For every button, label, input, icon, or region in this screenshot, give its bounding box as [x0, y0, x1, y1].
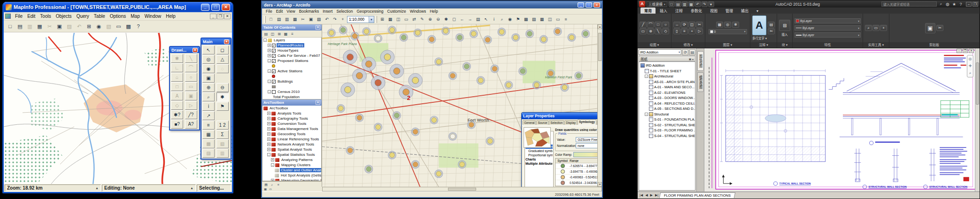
tree-expand-icon[interactable]: + — [268, 54, 271, 57]
toolbox-row[interactable]: +Geocoding Tools — [262, 131, 321, 137]
menu-item-window[interactable]: Window — [142, 13, 164, 19]
layer-label[interactable]: Calls For Service - Feb07 — [277, 54, 321, 58]
sheet-row[interactable]: T-01 - TITLE SHEET — [639, 69, 695, 74]
tree-expand-icon[interactable]: + — [267, 143, 270, 146]
scrollbar-thumb[interactable] — [598, 33, 602, 61]
ribbon-tool-button[interactable]: + — [688, 28, 695, 34]
tree-expand-icon[interactable]: + — [271, 158, 274, 161]
sheet-label[interactable]: AS-01 - ARCH SITE PLAN — [654, 80, 694, 84]
toolbox-row[interactable]: +Cartography Tools — [262, 116, 321, 121]
toc-layer-row[interactable]: +✓Calls For Service - Feb07 — [262, 53, 321, 58]
maximize-button[interactable]: □ — [586, 2, 592, 8]
toolbar-button[interactable]: ◫ — [394, 15, 402, 23]
scrollbar-thumb[interactable] — [448, 188, 476, 191]
toolbox-row[interactable]: +Conversion Tools — [262, 121, 321, 126]
new-icon[interactable]: □ — [669, 1, 675, 7]
ribbon-tool-button[interactable]: + — [880, 25, 887, 31]
toc-layer-row[interactable]: -✓Active Stations — [262, 69, 321, 74]
tool-button[interactable]: ◇ — [171, 101, 183, 110]
dialog-tab-selection[interactable]: Selection — [549, 120, 564, 125]
map-scale-combo[interactable]: 1:10,000▾ — [347, 16, 374, 23]
paste-button[interactable]: ▣ — [925, 23, 935, 33]
steering-wheel-icon[interactable]: ◎ — [969, 57, 972, 61]
tool-button[interactable]: ▭ — [185, 82, 197, 91]
tool-button[interactable]: i — [202, 102, 215, 111]
layer-properties-icon[interactable]: ▦ — [716, 22, 723, 28]
toolbar-button[interactable]: ▥ — [25, 22, 34, 31]
toc-layer-row[interactable] — [262, 84, 321, 89]
tool-button[interactable]: ⌂ — [171, 73, 183, 82]
mapinfo-map-area[interactable]: Drawi... ✕ ✱╲∟⌒⌂○□▭A▣◇▷✱?╱?■?A? Main ✕ ↖… — [4, 32, 232, 184]
menu-item-view[interactable]: View — [285, 9, 297, 14]
toolbar-button[interactable]: ▥ — [283, 15, 291, 23]
tool-button[interactable]: ✱ — [171, 54, 183, 63]
dialog-tab-symbology[interactable]: Symbology — [578, 119, 596, 125]
toolbar-button[interactable]: ✎ — [418, 15, 426, 23]
tab-model-views[interactable]: 模型视图 — [697, 72, 704, 92]
toolbar-button[interactable]: ◉ — [506, 15, 514, 23]
drawing-canvas[interactable]: TYPICAL WALL SECTION STRUCTURAL WALL SEC… — [704, 48, 980, 191]
dialog-tab-general[interactable]: General — [523, 120, 536, 125]
toolbox-label[interactable]: Mapping Clusters — [280, 163, 311, 167]
tree-expand-icon[interactable]: - — [268, 80, 271, 83]
toolbar-button[interactable]: ⌕ — [498, 15, 506, 23]
sheet-row[interactable]: AS-01 - ARCH SITE PLAN — [639, 79, 695, 85]
panel-label[interactable]: 实用工具 ▾ — [863, 42, 889, 48]
panel-label[interactable]: 剪贴板 — [889, 42, 979, 48]
show-tree-item[interactable]: Multiple Attributes — [525, 161, 553, 166]
toolbar-button[interactable]: ▨ — [65, 22, 74, 31]
menu-item-file[interactable]: File — [264, 9, 274, 14]
sheet-label[interactable]: S-01 - FOUNDATION PLA... — [654, 117, 695, 122]
toolbar-button[interactable]: ✂ — [299, 15, 307, 23]
tree-expand-icon[interactable]: - — [271, 163, 274, 167]
tool-button[interactable]: ◉ — [202, 64, 215, 73]
toolbox-label[interactable]: ArcToolbox — [269, 106, 289, 110]
toolbar-button[interactable]: ⊖ — [434, 15, 442, 23]
sheet-row[interactable]: A-03 - DOORS WINDOW... — [639, 95, 695, 101]
toc-layer-row[interactable] — [262, 63, 321, 69]
toolbar-button[interactable]: → — [466, 15, 474, 23]
menu-item-insert[interactable]: Insert — [321, 9, 334, 14]
main-toolbar[interactable]: Main ✕ ↖◻◎△◉◌▣⊕⊖⌕✱i⚑↗≡1 2▦Σ▩▧▨▥ — [201, 38, 231, 160]
main-toolbar-titlebar[interactable]: Main ✕ — [201, 38, 231, 45]
tool-button[interactable]: ╱? — [185, 110, 197, 119]
toolbar-button[interactable]: ▧ — [530, 15, 538, 23]
layer-visibility-checkbox[interactable]: ✓ — [272, 49, 276, 53]
show-tree-item[interactable]: Charts — [525, 157, 553, 161]
menu-item-edit[interactable]: Edit — [25, 13, 38, 19]
sheet-label[interactable]: A-01 - MAIN AND SECO... — [654, 85, 694, 89]
tool-button[interactable]: ▣ — [202, 74, 215, 83]
restore-button[interactable]: ❐ — [972, 2, 978, 7]
save-icon[interactable]: ▥ — [682, 1, 688, 7]
tree-expand-icon[interactable]: - — [263, 38, 267, 42]
tree-expand-icon[interactable]: - — [645, 113, 648, 116]
tool-button[interactable]: ▣ — [185, 92, 197, 100]
ribbon-tool-button[interactable]: □ — [655, 22, 662, 28]
ribbon-tool-button[interactable]: ◇ — [662, 28, 669, 34]
qat-dropdown-icon[interactable]: ▾ — [708, 1, 714, 7]
canvas-vertical-scrollbar[interactable] — [975, 48, 980, 191]
ribbon-tool-button[interactable]: ╱ — [640, 22, 647, 28]
sheet-label[interactable]: A-05 - SECTIONS AND D... — [654, 107, 695, 111]
close-button[interactable]: ✕ — [594, 2, 600, 8]
toolbox-label[interactable]: Analyzing Patterns — [280, 158, 314, 162]
tree-expand-icon[interactable]: - — [268, 59, 271, 62]
menu-item-geoprocessing[interactable]: Geoprocessing — [355, 9, 385, 14]
communication-center-icon[interactable]: ◍ — [945, 2, 950, 7]
toolbox-label[interactable]: Cartography Tools — [277, 116, 309, 121]
panel-label[interactable]: 特性 — [793, 42, 863, 48]
toolbox-label[interactable]: Cluster and Outlier Analysis (Anselin Lo… — [280, 168, 322, 172]
toc-layer-row[interactable]: -Census 2010 — [262, 89, 321, 94]
layer-label[interactable]: Proposed Stations — [277, 59, 309, 63]
sheet-label[interactable]: A-03 - DOORS WINDOW... — [654, 96, 695, 100]
layer-label[interactable]: Census 2010 — [277, 90, 301, 94]
sheet-label[interactable]: IRD Addition — [646, 63, 665, 68]
menu-item-help[interactable]: Help — [428, 9, 440, 14]
close-button[interactable]: ✕ — [222, 4, 230, 11]
toolbar-button[interactable]: ↷ — [331, 15, 339, 23]
tree-expand-icon[interactable]: + — [267, 138, 270, 141]
show-tree-item[interactable]: Graduated symbols — [525, 149, 553, 153]
status-zoom[interactable]: Zoom: 18.92 km▲ — [5, 184, 101, 191]
linetype-combo[interactable]: ByLayer▾ — [795, 25, 861, 31]
toolbox-label[interactable]: Spatial Statistics Tools — [277, 153, 316, 157]
